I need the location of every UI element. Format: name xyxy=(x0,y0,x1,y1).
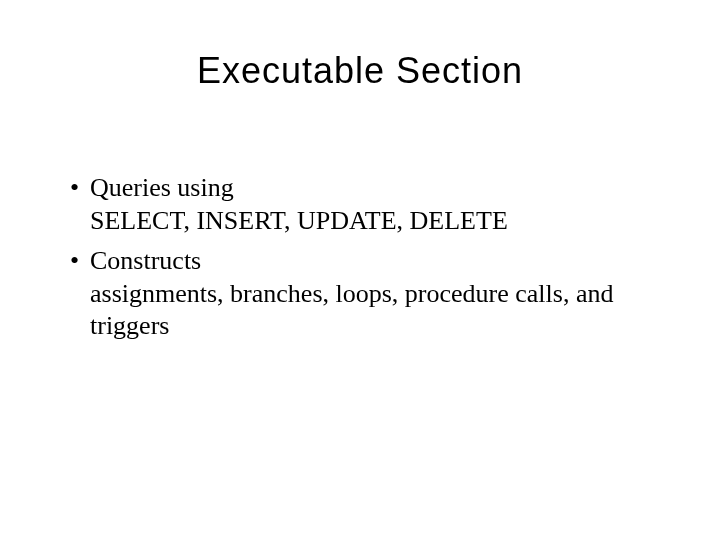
bullet-text-line: Queries using xyxy=(90,172,650,205)
bullet-list: Queries using SELECT, INSERT, UPDATE, DE… xyxy=(70,172,650,343)
slide-title: Executable Section xyxy=(70,50,650,92)
bullet-text-line: assignments, branches, loops, procedure … xyxy=(90,278,650,343)
list-item: Constructs assignments, branches, loops,… xyxy=(90,245,650,343)
bullet-text-line: SELECT, INSERT, UPDATE, DELETE xyxy=(90,205,650,238)
list-item: Queries using SELECT, INSERT, UPDATE, DE… xyxy=(90,172,650,237)
bullet-text-line: Constructs xyxy=(90,245,650,278)
